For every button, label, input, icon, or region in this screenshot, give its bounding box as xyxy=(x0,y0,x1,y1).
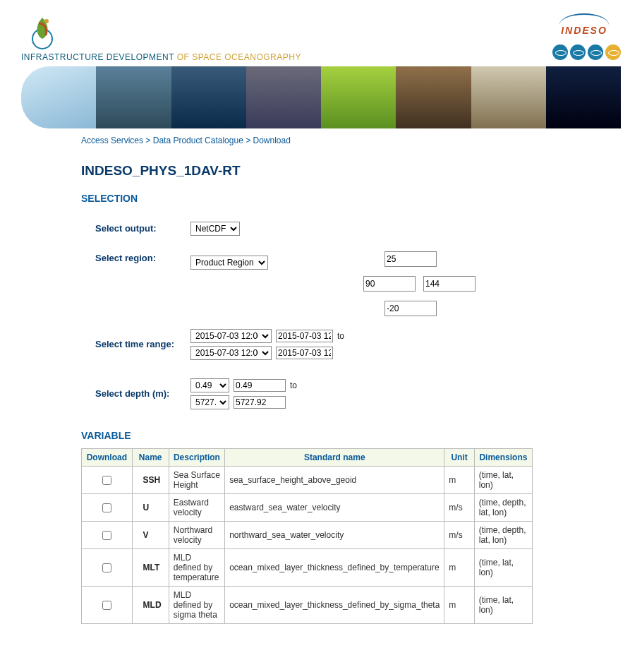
input-depth-start[interactable] xyxy=(234,379,286,392)
input-region-south[interactable] xyxy=(384,301,437,316)
cell-dimensions: (time, depth, lat, lon) xyxy=(474,522,532,549)
breadcrumb-catalogue[interactable]: Data Product Catalogue xyxy=(153,136,243,145)
cell-unit: m/s xyxy=(444,494,474,522)
variable-table: Download Name Description Standard name … xyxy=(81,448,533,624)
cell-dimensions: (time, lat, lon) xyxy=(474,549,532,587)
checkbox-download[interactable] xyxy=(102,601,111,610)
table-row: MLDMLD defined by sigma thetaocean_mixed… xyxy=(82,587,533,624)
checkbox-download[interactable] xyxy=(102,563,111,572)
th-description: Description xyxy=(169,449,224,467)
th-download: Download xyxy=(82,449,133,467)
label-region: Select region: xyxy=(81,251,190,263)
input-region-east[interactable] xyxy=(423,276,476,292)
cell-name: SSH xyxy=(132,467,169,494)
cell-dimensions: (time, lat, lon) xyxy=(474,467,532,494)
section-variable: VARIABLE xyxy=(81,430,561,441)
header-globe-icon[interactable] xyxy=(552,44,568,60)
th-dimensions: Dimensions xyxy=(474,449,532,467)
table-row: MLTMLD defined by temperatureocean_mixed… xyxy=(82,549,533,587)
label-output: Select output: xyxy=(81,222,190,234)
input-region-west[interactable] xyxy=(363,276,416,292)
label-to-depth: to xyxy=(290,380,297,390)
cell-description: Northward velocity xyxy=(169,522,224,549)
select-region[interactable]: Product Region xyxy=(190,256,268,270)
cell-standard: ocean_mixed_layer_thickness_defined_by_t… xyxy=(225,549,444,587)
breadcrumb-access-services[interactable]: Access Services xyxy=(81,136,143,145)
cell-unit: m/s xyxy=(444,522,474,549)
header-wave-icon[interactable] xyxy=(588,44,603,60)
cell-name: U xyxy=(132,494,169,522)
header: INFRASTRUCTURE DEVELOPMENT OF SPACE OCEA… xyxy=(21,11,621,62)
checkbox-download[interactable] xyxy=(102,531,111,540)
input-depth-end[interactable] xyxy=(234,396,286,409)
table-row: UEastward velocityeastward_sea_water_vel… xyxy=(82,494,533,522)
cell-unit: m xyxy=(444,467,474,494)
cell-description: Eastward velocity xyxy=(169,494,224,522)
cell-standard: ocean_mixed_layer_thickness_defined_by_s… xyxy=(225,587,444,624)
ministry-logo xyxy=(21,11,63,49)
cell-standard: eastward_sea_water_velocity xyxy=(225,494,444,522)
checkbox-download[interactable] xyxy=(102,476,111,485)
table-row: SSHSea Surface Heightsea_surface_height_… xyxy=(82,467,533,494)
cell-description: Sea Surface Height xyxy=(169,467,224,494)
header-sun-icon[interactable] xyxy=(605,44,621,60)
page-title: INDESO_PHYS_1DAV-RT xyxy=(81,163,561,179)
cell-dimensions: (time, depth, lat, lon) xyxy=(474,494,532,522)
input-region-north[interactable] xyxy=(384,251,437,267)
th-standard: Standard name xyxy=(225,449,444,467)
cell-name: MLD xyxy=(132,587,169,624)
cell-name: V xyxy=(132,522,169,549)
select-time-start[interactable]: 2015-07-03 12:00:00 xyxy=(190,329,272,343)
cell-unit: m xyxy=(444,587,474,624)
select-time-end[interactable]: 2015-07-03 12:00:00 xyxy=(190,346,272,360)
tagline-part-a: INFRASTRUCTURE DEVELOPMENT xyxy=(21,52,177,62)
th-name: Name xyxy=(132,449,169,467)
cell-unit: m xyxy=(444,549,474,587)
breadcrumb-download[interactable]: Download xyxy=(253,136,291,145)
cell-dimensions: (time, lat, lon) xyxy=(474,587,532,624)
label-to-time: to xyxy=(337,331,344,341)
input-time-start[interactable] xyxy=(276,330,333,342)
input-time-end[interactable] xyxy=(276,347,333,359)
checkbox-download[interactable] xyxy=(102,503,111,512)
breadcrumb: Access Services > Data Product Catalogue… xyxy=(81,136,561,145)
tagline-part-b: OF SPACE OCEANOGRAPHY xyxy=(177,52,301,62)
cell-standard: northward_sea_water_velocity xyxy=(225,522,444,549)
label-depth: Select depth (m): xyxy=(81,378,190,399)
cell-description: MLD defined by sigma theta xyxy=(169,587,224,624)
label-time: Select time range: xyxy=(81,329,190,349)
tagline: INFRASTRUCTURE DEVELOPMENT OF SPACE OCEA… xyxy=(21,52,301,62)
select-depth-end[interactable]: 5727.92 xyxy=(190,395,229,409)
svg-point-1 xyxy=(44,19,49,23)
header-icon-row xyxy=(552,44,621,60)
indeso-logo: INDESO xyxy=(552,11,616,39)
select-output[interactable]: NetCDF xyxy=(190,222,240,236)
table-row: VNorthward velocitynorthward_sea_water_v… xyxy=(82,522,533,549)
cell-description: MLD defined by temperature xyxy=(169,549,224,587)
cell-standard: sea_surface_height_above_geoid xyxy=(225,467,444,494)
th-unit: Unit xyxy=(444,449,474,467)
select-depth-start[interactable]: 0.49 xyxy=(190,378,229,392)
header-fish-icon[interactable] xyxy=(570,44,586,60)
section-selection: SELECTION xyxy=(81,193,561,204)
cell-name: MLT xyxy=(132,549,169,587)
banner-image-strip xyxy=(21,66,621,128)
